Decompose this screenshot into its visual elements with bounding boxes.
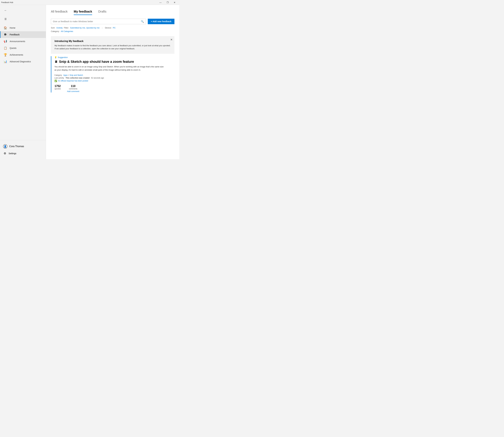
comments-count: 110 — [67, 85, 79, 88]
hamburger-button[interactable]: ☰ — [2, 16, 9, 22]
feedback-title-icon: 🖥 — [54, 60, 58, 64]
category-snip-link[interactable]: Snip and Sketch — [70, 74, 83, 76]
feedback-meta-category: Category Apps > Snip and Sketch — [54, 74, 175, 76]
settings-label: Settings — [9, 152, 16, 155]
official-response-text: An official response has been posted — [58, 80, 88, 82]
search-area: 🔍 + Add new feedback — [46, 15, 179, 24]
info-box-close-button[interactable]: ✕ — [170, 38, 173, 41]
app-body: ← ☰ 🏠 Home 🗣 Feedback 📢 Announcements 📋 … — [0, 5, 179, 159]
device-label: Device: — [105, 27, 112, 29]
sidebar-item-feedback[interactable]: 🗣 Feedback — [0, 31, 46, 38]
suggestion-icon: 💡 — [54, 56, 57, 59]
upvotes-label: upvotes — [54, 88, 61, 90]
sidebar-item-advanced-diagnostics[interactable]: 📊 Advanced Diagnostics — [0, 58, 46, 65]
feedback-title[interactable]: 🖥 Snip & Sketch app should have a zoom f… — [54, 60, 175, 64]
add-comment-link[interactable]: Add comment — [67, 90, 79, 92]
search-icon: 🔍 — [141, 20, 144, 23]
feedback-icon: 🗣 — [3, 33, 7, 36]
search-box[interactable]: 🔍 — [51, 19, 146, 24]
quests-icon: 📋 — [3, 46, 7, 50]
feedback-body: You should be able to zoom in on an imag… — [54, 65, 165, 72]
sidebar-item-home[interactable]: 🏠 Home — [0, 24, 46, 31]
sidebar-item-quests[interactable]: 📋 Quests — [0, 45, 46, 51]
tab-all-feedback[interactable]: All feedback — [51, 10, 68, 15]
suggestion-label: Suggestion — [58, 56, 68, 59]
tab-my-feedback[interactable]: My feedback — [74, 10, 92, 15]
avatar-icon: 👤 — [4, 145, 7, 148]
comments-stat: 110 comments Add comment — [67, 85, 79, 92]
home-icon: 🏠 — [3, 26, 7, 30]
sidebar-item-settings[interactable]: ⚙ Settings — [0, 150, 46, 157]
window-controls: — ❐ ✕ — [157, 0, 178, 5]
settings-icon: ⚙ — [3, 152, 7, 155]
app-title: Feedback Hub — [1, 1, 13, 3]
tabs-bar: All feedback My feedback Drafts — [46, 10, 179, 15]
sidebar-item-announcements-label: Announcements — [10, 40, 25, 43]
feedback-meta-activity: Last activity This collection was create… — [54, 77, 175, 79]
category-apps-link[interactable]: Apps — [63, 74, 67, 76]
info-box-text: My feedback makes it easier to find the … — [55, 44, 171, 50]
filter-bar: Sort: Activity Filter: Submitted by me, … — [46, 24, 179, 30]
sort-value[interactable]: Activity — [56, 27, 62, 29]
achievements-icon: 🏆 — [3, 53, 7, 57]
user-profile[interactable]: 👤 Cora Thomas — [0, 143, 46, 150]
filter-divider: | — [102, 27, 103, 29]
upvotes-count: 1752 — [54, 85, 61, 88]
sidebar-item-achievements-label: Achievements — [10, 54, 23, 56]
add-new-feedback-button[interactable]: + Add new feedback — [148, 19, 175, 24]
filter-value[interactable]: Submitted by me, Upvoted by me — [70, 27, 100, 29]
comments-label: comments — [67, 88, 79, 90]
sidebar-item-feedback-label: Feedback — [10, 33, 20, 36]
suggestion-tag: 💡 Suggestion — [54, 56, 175, 59]
sidebar-bottom: 👤 Cora Thomas ⚙ Settings — [0, 140, 46, 159]
feedback-stats: 1752 upvotes 110 comments Add comment — [54, 85, 175, 92]
check-circle-icon: ✅ — [54, 80, 57, 82]
sort-label: Sort: — [51, 27, 55, 29]
device-value[interactable]: PC — [113, 27, 116, 29]
back-button[interactable]: ← — [2, 7, 9, 13]
sidebar-item-quests-label: Quests — [10, 47, 16, 49]
minimize-button[interactable]: — — [157, 0, 164, 5]
main-content: All feedback My feedback Drafts 🔍 + Add … — [46, 5, 179, 159]
announcements-icon: 📢 — [3, 40, 7, 43]
official-response[interactable]: ✅ An official response has been posted — [54, 80, 175, 82]
user-name: Cora Thomas — [9, 145, 24, 148]
title-bar: Feedback Hub — ❐ ✕ — [0, 0, 179, 5]
category-label: Category: — [51, 30, 60, 32]
sidebar-item-announcements[interactable]: 📢 Announcements — [0, 38, 46, 45]
sidebar-item-achievements[interactable]: 🏆 Achievements — [0, 51, 46, 58]
info-box-title: Introducing My feedback — [55, 40, 171, 43]
upvotes-stat: 1752 upvotes — [54, 85, 61, 90]
feedback-card: 💡 Suggestion 🖥 Snip & Sketch app should … — [51, 56, 175, 92]
advanced-diagnostics-icon: 📊 — [3, 60, 7, 63]
avatar: 👤 — [3, 144, 7, 149]
info-box: ✕ Introducing My feedback My feedback ma… — [51, 36, 175, 54]
feedback-title-text: Snip & Sketch app should have a zoom fea… — [59, 60, 134, 64]
maximize-button[interactable]: ❐ — [164, 0, 171, 5]
tab-drafts[interactable]: Drafts — [98, 10, 106, 15]
filter-label: Filter: — [64, 27, 69, 29]
sidebar-item-advanced-diagnostics-label: Advanced Diagnostics — [10, 60, 31, 63]
search-input[interactable] — [53, 20, 141, 23]
category-value[interactable]: All Categories — [61, 30, 73, 32]
sidebar: ← ☰ 🏠 Home 🗣 Feedback 📢 Announcements 📋 … — [0, 5, 46, 159]
close-button[interactable]: ✕ — [171, 0, 178, 5]
sidebar-nav: 🏠 Home 🗣 Feedback 📢 Announcements 📋 Ques… — [0, 24, 46, 140]
sidebar-item-home-label: Home — [10, 27, 15, 29]
category-filter-bar: Category: All Categories — [46, 30, 179, 34]
